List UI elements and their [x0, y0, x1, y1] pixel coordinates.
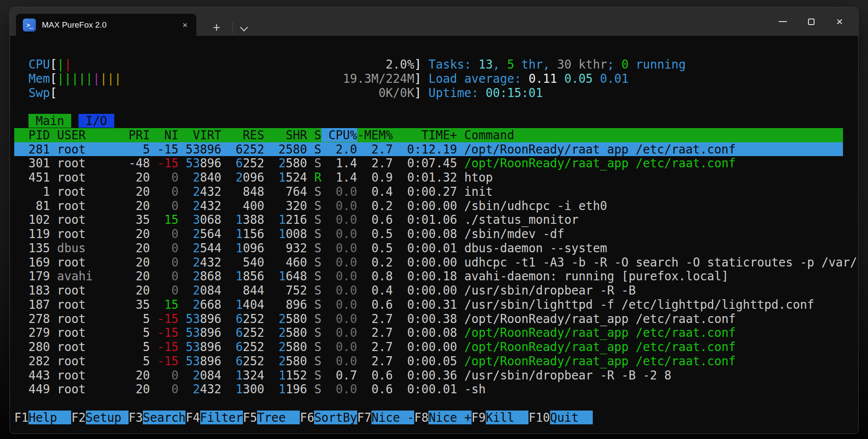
- process-row-135[interactable]: 135 dbus 20 0 2544 1096 932 S 0.0 0.5 0:…: [14, 241, 607, 255]
- process-row-281[interactable]: 281 root 5 -15 53896 6252 2580 S 2.0 2.7…: [14, 142, 843, 157]
- process-row-301[interactable]: 301 root -48 -15 53896 6252 2580 S 1.4 2…: [14, 156, 736, 170]
- cpu-meter: CPU[|| 2.0%] Tasks: 13, 5 thr, 30 kthr; …: [14, 57, 686, 72]
- process-row-280[interactable]: 280 root 5 -15 53896 6252 2580 S 0.0 2.7…: [14, 340, 736, 354]
- mem-meter: Mem[||||||||| 19.3M/224M] Load average: …: [14, 72, 629, 86]
- minimize-icon: [779, 21, 787, 22]
- process-row-119[interactable]: 119 root 20 0 2564 1156 1008 S 0.0 0.5 0…: [14, 227, 564, 241]
- terminal-screen[interactable]: CPU[|| 2.0%] Tasks: 13, 5 thr, 30 kthr; …: [10, 36, 858, 433]
- process-row-183[interactable]: 183 root 20 0 2084 844 752 S 0.0 0.4 0:0…: [14, 283, 635, 298]
- desktop-background: >_ MAX PureFox 2.0 × + × CPU[||: [0, 0, 868, 439]
- powershell-icon: >_: [23, 19, 36, 31]
- maximize-button[interactable]: [797, 8, 825, 35]
- swp-meter: Swp[ 0K/0K] Uptime: 00:15:01: [14, 86, 543, 100]
- screen-tabs: Main I/O: [14, 114, 114, 128]
- minimize-button[interactable]: [768, 8, 797, 35]
- process-row-282[interactable]: 282 root 5 -15 53896 6252 2580 S 0.0 2.7…: [14, 354, 736, 368]
- close-button[interactable]: ×: [825, 8, 854, 35]
- fn-tree[interactable]: Tree: [257, 411, 300, 424]
- fn-search[interactable]: Search: [143, 411, 186, 424]
- fn-quit[interactable]: Quit: [550, 411, 593, 424]
- table-header[interactable]: PID USER PRI NI VIRT RES SHR S CPU%-MEM%…: [14, 128, 843, 142]
- tab-close-icon[interactable]: ×: [178, 18, 192, 32]
- process-row-449[interactable]: 449 root 20 0 2432 1300 1196 S 0.0 0.6 0…: [14, 382, 486, 396]
- function-key-bar: F1Help F2Setup F3SearchF4FilterF5Tree F6…: [14, 411, 593, 425]
- terminal-tab[interactable]: >_ MAX PureFox 2.0 ×: [16, 14, 196, 36]
- sort-column-cpu[interactable]: CPU%: [321, 128, 357, 142]
- maximize-icon: [808, 19, 815, 25]
- tab-io[interactable]: I/O: [79, 114, 114, 128]
- close-icon: ×: [836, 16, 843, 27]
- terminal-window: >_ MAX PureFox 2.0 × + × CPU[||: [9, 7, 859, 434]
- fn-sortby[interactable]: SortBy: [314, 411, 357, 424]
- fn-nice-minus[interactable]: Nice -: [371, 411, 414, 424]
- blank-line: [14, 396, 23, 411]
- blank-line: [14, 100, 23, 114]
- fn-filter[interactable]: Filter: [200, 411, 243, 424]
- process-row-81[interactable]: 81 root 20 0 2432 400 320 S 0.0 0.2 0:00…: [14, 199, 607, 213]
- fn-kill[interactable]: Kill: [486, 411, 528, 424]
- tab-bar-divider: [233, 22, 233, 33]
- process-row-179[interactable]: 179 avahi 20 0 2868 1856 1648 S 0.0 0.8 …: [14, 269, 729, 283]
- fn-nice-plus[interactable]: Nice +: [428, 411, 471, 424]
- fn-help[interactable]: Help: [28, 411, 71, 424]
- title-bar[interactable]: >_ MAX PureFox 2.0 × + ×: [10, 7, 858, 36]
- tab-title: MAX PureFox 2.0: [42, 20, 178, 30]
- process-row-169[interactable]: 169 root 20 0 2432 540 460 S 0.0 0.2 0:0…: [14, 255, 857, 270]
- process-row-187[interactable]: 187 root 35 15 2668 1404 896 S 0.0 0.6 0…: [14, 298, 814, 312]
- process-row-278[interactable]: 278 root 5 -15 53896 6252 2580 S 0.0 2.7…: [14, 312, 736, 326]
- process-row-451[interactable]: 451 root 20 0 2840 2096 1524 R 1.4 0.9 0…: [14, 170, 493, 185]
- process-row-443[interactable]: 443 root 20 0 2084 1324 1152 S 0.7 0.6 0…: [14, 368, 671, 383]
- fn-setup[interactable]: Setup: [86, 411, 129, 424]
- new-tab-button[interactable]: +: [208, 19, 225, 36]
- process-row-1[interactable]: 1 root 20 0 2432 848 764 S 0.0 0.4 0:00.…: [14, 185, 493, 199]
- tab-main[interactable]: Main: [28, 114, 71, 128]
- chevron-down-icon[interactable]: [240, 23, 248, 31]
- process-row-279[interactable]: 279 root 5 -15 53896 6252 2580 S 0.0 2.7…: [14, 326, 736, 340]
- process-row-102[interactable]: 102 root 35 15 3068 1388 1216 S 0.0 0.6 …: [14, 213, 579, 227]
